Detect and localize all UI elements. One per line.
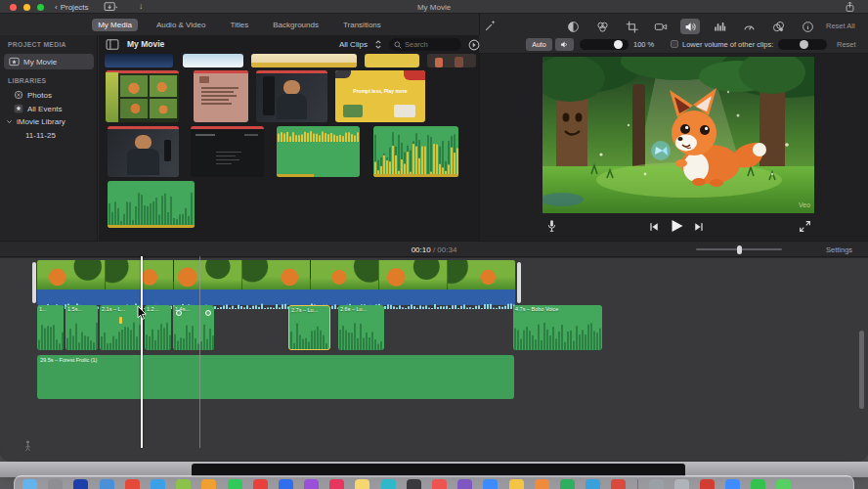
- dock-app-icon[interactable]: [535, 479, 549, 489]
- clip-info-icon[interactable]: [798, 19, 817, 34]
- browser-advance-icon[interactable]: [468, 39, 480, 51]
- dock-app-icon[interactable]: [48, 479, 63, 489]
- tab-titles[interactable]: Titles: [224, 19, 254, 31]
- media-thumbnail-presenter-2[interactable]: [108, 126, 179, 177]
- dock-app-icon[interactable]: [73, 479, 88, 489]
- dock-app-icon[interactable]: [125, 479, 140, 489]
- dock-app-icon[interactable]: [457, 479, 472, 489]
- volume-slider-knob[interactable]: [614, 40, 623, 49]
- tab-audio-video[interactable]: Audio & Video: [151, 19, 212, 31]
- video-clip-audio-strip[interactable]: [37, 289, 515, 305]
- sidebar-toggle-icon[interactable]: [106, 39, 119, 50]
- playhead[interactable]: [141, 256, 143, 448]
- color-correction-icon[interactable]: [592, 19, 612, 34]
- dock-app-icon[interactable]: [279, 479, 293, 489]
- dock-app-icon[interactable]: [176, 479, 191, 489]
- color-balance-icon[interactable]: [563, 19, 583, 34]
- next-frame-button[interactable]: [693, 221, 705, 233]
- media-thumbnail[interactable]: [251, 54, 357, 67]
- dock-app-icon[interactable]: [407, 479, 421, 489]
- media-thumbnail[interactable]: [365, 54, 419, 67]
- media-thumbnail-screen[interactable]: [191, 126, 264, 177]
- dock-app-icon[interactable]: [381, 479, 396, 489]
- video-clip-filmstrip[interactable]: [37, 260, 515, 289]
- share-icon[interactable]: [845, 1, 855, 13]
- media-thumbnail-fox-grid[interactable]: [106, 70, 179, 122]
- dock-app-icon[interactable]: [151, 479, 165, 489]
- timeline-scrollbar[interactable]: [859, 331, 864, 409]
- timeline[interactable]: 1... 1.5s... 2.1s – L... 1.2... 1.4s...: [0, 258, 868, 461]
- timeline-zoom-slider[interactable]: [696, 248, 782, 250]
- dock-app-icon[interactable]: [483, 479, 498, 489]
- voiceover-mic-icon[interactable]: [546, 219, 557, 234]
- clip-filter-dropdown[interactable]: All Clips: [339, 40, 368, 49]
- crop-icon[interactable]: [622, 19, 641, 34]
- timeline-zoom-knob[interactable]: [737, 245, 742, 254]
- updown-chevron-icon[interactable]: [374, 39, 382, 50]
- sidebar-item-library-date[interactable]: 11-11-25: [25, 131, 56, 140]
- dock-app-icon[interactable]: [586, 479, 600, 489]
- sidebar-item-all-events[interactable]: All Events: [14, 104, 63, 113]
- previous-frame-button[interactable]: [648, 221, 660, 233]
- audio-clip-2[interactable]: 1.5s...: [65, 305, 98, 350]
- dock-app-icon[interactable]: [700, 479, 715, 489]
- dock-app-icon[interactable]: [509, 479, 524, 489]
- dock-app-icon[interactable]: [725, 479, 740, 489]
- dock-app-icon[interactable]: [432, 479, 447, 489]
- dock-app-icon[interactable]: [560, 479, 575, 489]
- mute-button[interactable]: [555, 38, 574, 51]
- music-clip-forest-frolic[interactable]: 29.5s – Forest Frolic (1): [37, 355, 514, 399]
- media-thumbnail-presenter[interactable]: [256, 70, 327, 122]
- ducking-slider-knob[interactable]: [800, 40, 808, 49]
- reset-button[interactable]: Reset: [837, 40, 856, 49]
- dock-app-icon[interactable]: [304, 479, 319, 489]
- media-thumbnail-audio-2[interactable]: [373, 126, 458, 177]
- search-field[interactable]: [389, 38, 461, 51]
- media-thumbnail[interactable]: [105, 54, 173, 67]
- lower-volume-checkbox[interactable]: [671, 40, 678, 48]
- clip-trim-handle-right[interactable]: [517, 262, 521, 303]
- dock-app-icon[interactable]: [751, 479, 765, 489]
- clip-trim-handle-left[interactable]: [32, 262, 36, 303]
- dock-app-icon[interactable]: [22, 479, 37, 489]
- noise-reduction-icon[interactable]: [710, 19, 729, 34]
- volume-icon[interactable]: [680, 19, 700, 34]
- dock-app-icon[interactable]: [253, 479, 268, 489]
- dock-app-icon[interactable]: [355, 479, 369, 489]
- media-thumbnail-audio-1[interactable]: [277, 126, 360, 177]
- audio-clip-7[interactable]: 2.6s – Lu...: [338, 305, 384, 350]
- speed-icon[interactable]: [739, 19, 759, 34]
- fade-handle-right[interactable]: [205, 310, 211, 316]
- sidebar-item-photos[interactable]: Photos: [14, 90, 52, 100]
- media-thumbnail[interactable]: [427, 54, 476, 67]
- media-thumbnail-promo[interactable]: Prompt less, Play more: [335, 70, 425, 122]
- dock-app-icon[interactable]: [776, 479, 791, 489]
- ducking-slider[interactable]: [778, 39, 827, 50]
- dock-app-icon[interactable]: [649, 479, 664, 489]
- dock-app-icon[interactable]: [228, 479, 242, 489]
- media-thumbnail-audio-3[interactable]: [108, 181, 195, 228]
- tab-transitions[interactable]: Transitions: [337, 19, 387, 31]
- dock-app-icon[interactable]: [201, 479, 216, 489]
- search-input[interactable]: [405, 40, 456, 49]
- audio-clip-6-selected[interactable]: 2.7s – Lu...: [288, 305, 330, 350]
- audio-clip-5[interactable]: 1.4s...: [173, 305, 214, 350]
- audio-clip-bobo-voice[interactable]: 4.7s – Bobo Voice: [513, 305, 602, 350]
- enhance-wand-icon[interactable]: [484, 19, 498, 32]
- dock-app-icon[interactable]: [100, 479, 114, 489]
- fade-handle-left[interactable]: [176, 310, 182, 316]
- play-button[interactable]: [669, 218, 684, 234]
- auto-volume-button[interactable]: Auto: [526, 38, 552, 51]
- sidebar-item-my-movie[interactable]: My Movie: [4, 54, 94, 69]
- sidebar-item-imovie-library[interactable]: iMovie Library: [6, 117, 65, 126]
- stabilization-icon[interactable]: [651, 19, 671, 34]
- tab-my-media[interactable]: My Media: [92, 19, 138, 31]
- media-thumbnail-notes[interactable]: [194, 70, 248, 122]
- dock-app-icon[interactable]: [611, 479, 626, 489]
- reset-all-button[interactable]: Reset All: [826, 22, 855, 30]
- timeline-settings-button[interactable]: Settings: [826, 245, 852, 254]
- audio-clip-4[interactable]: 1.2...: [145, 305, 171, 350]
- tab-backgrounds[interactable]: Backgrounds: [267, 19, 325, 31]
- volume-slider[interactable]: [580, 39, 629, 50]
- dock-app-icon[interactable]: [329, 479, 344, 489]
